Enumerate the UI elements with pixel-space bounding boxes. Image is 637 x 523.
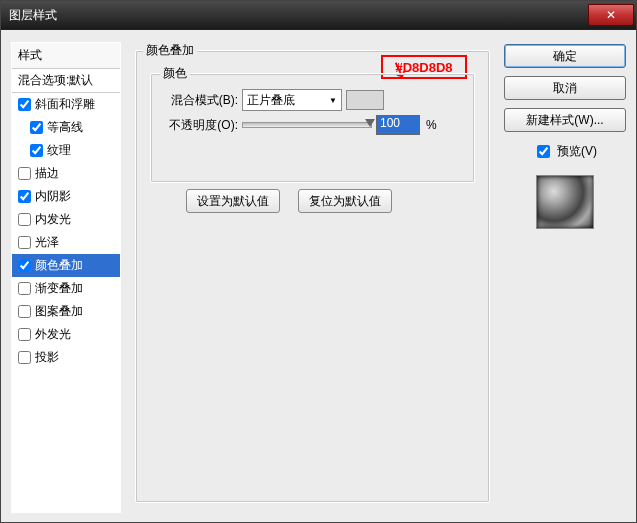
style-check-gradient-overlay[interactable]	[18, 282, 31, 295]
style-check-contour[interactable]	[30, 121, 43, 134]
close-button[interactable]: ✕	[588, 4, 634, 26]
layer-style-dialog: 图层样式 ✕ 样式 混合选项:默认 斜面和浮雕 等高线	[0, 0, 637, 523]
styles-panel: 样式 混合选项:默认 斜面和浮雕 等高线 纹理	[11, 42, 121, 513]
opacity-input[interactable]: 100	[376, 115, 420, 135]
style-label: 纹理	[47, 142, 71, 159]
close-icon: ✕	[606, 8, 616, 22]
styles-header: 样式	[12, 43, 120, 69]
blending-options-label: 混合选项:默认	[18, 72, 93, 89]
titlebar: 图层样式 ✕	[1, 1, 636, 30]
style-label: 投影	[35, 349, 59, 366]
style-item-drop-shadow[interactable]: 投影	[12, 346, 120, 369]
style-label: 内发光	[35, 211, 71, 228]
outer-group: 颜色 #D8D8D8 ↘ 混合模式(B): 正片叠底 ▼ 不透明度(O):	[135, 50, 490, 503]
reset-default-button[interactable]: 复位为默认值	[298, 189, 392, 213]
style-item-inner-shadow[interactable]: 内阴影	[12, 185, 120, 208]
style-check-texture[interactable]	[30, 144, 43, 157]
opacity-row: 不透明度(O): 100 %	[158, 115, 437, 135]
style-label: 斜面和浮雕	[35, 96, 95, 113]
style-item-outer-glow[interactable]: 外发光	[12, 323, 120, 346]
style-item-color-overlay[interactable]: 颜色叠加	[12, 254, 120, 277]
opacity-slider[interactable]	[242, 122, 372, 128]
default-buttons-row: 设置为默认值 复位为默认值	[186, 189, 392, 213]
percent-label: %	[426, 118, 437, 132]
style-label: 等高线	[47, 119, 83, 136]
styles-list: 混合选项:默认 斜面和浮雕 等高线 纹理 描边	[12, 69, 120, 512]
style-check-bevel[interactable]	[18, 98, 31, 111]
style-label: 颜色叠加	[35, 257, 83, 274]
style-label: 描边	[35, 165, 59, 182]
style-check-color-overlay[interactable]	[18, 259, 31, 272]
style-label: 内阴影	[35, 188, 71, 205]
opacity-label: 不透明度(O):	[158, 117, 238, 134]
style-check-outer-glow[interactable]	[18, 328, 31, 341]
style-label: 图案叠加	[35, 303, 83, 320]
style-item-pattern-overlay[interactable]: 图案叠加	[12, 300, 120, 323]
color-swatch[interactable]	[346, 90, 384, 110]
new-style-button[interactable]: 新建样式(W)...	[504, 108, 626, 132]
style-label: 外发光	[35, 326, 71, 343]
style-item-bevel[interactable]: 斜面和浮雕	[12, 93, 120, 116]
main-panel: 颜色叠加 颜色 #D8D8D8 ↘ 混合模式(B): 正片叠底 ▼	[129, 42, 496, 513]
slider-thumb-icon[interactable]	[365, 119, 375, 127]
blend-mode-label: 混合模式(B):	[158, 92, 238, 109]
blending-options-item[interactable]: 混合选项:默认	[12, 69, 120, 93]
style-check-stroke[interactable]	[18, 167, 31, 180]
style-label: 光泽	[35, 234, 59, 251]
style-item-satin[interactable]: 光泽	[12, 231, 120, 254]
preview-row: 预览(V)	[504, 142, 626, 161]
style-check-satin[interactable]	[18, 236, 31, 249]
style-check-drop-shadow[interactable]	[18, 351, 31, 364]
preview-label: 预览(V)	[557, 143, 597, 160]
style-item-contour[interactable]: 等高线	[12, 116, 120, 139]
style-check-inner-glow[interactable]	[18, 213, 31, 226]
style-label: 渐变叠加	[35, 280, 83, 297]
color-group-label: 颜色	[160, 65, 190, 82]
style-item-inner-glow[interactable]: 内发光	[12, 208, 120, 231]
preview-checkbox[interactable]	[537, 145, 550, 158]
style-item-stroke[interactable]: 描边	[12, 162, 120, 185]
ok-button[interactable]: 确定	[504, 44, 626, 68]
chevron-down-icon: ▼	[329, 96, 337, 105]
cancel-button[interactable]: 取消	[504, 76, 626, 100]
blend-mode-select[interactable]: 正片叠底 ▼	[242, 89, 342, 111]
set-default-button[interactable]: 设置为默认值	[186, 189, 280, 213]
panel-title: 颜色叠加	[143, 42, 197, 59]
blend-mode-row: 混合模式(B): 正片叠底 ▼	[158, 89, 384, 111]
style-check-inner-shadow[interactable]	[18, 190, 31, 203]
style-item-gradient-overlay[interactable]: 渐变叠加	[12, 277, 120, 300]
blend-mode-value: 正片叠底	[247, 92, 295, 109]
preview-thumbnail	[536, 175, 594, 229]
style-item-texture[interactable]: 纹理	[12, 139, 120, 162]
window-title: 图层样式	[9, 7, 588, 24]
right-panel: 确定 取消 新建样式(W)... 预览(V)	[504, 42, 626, 513]
dialog-body: 样式 混合选项:默认 斜面和浮雕 等高线 纹理	[1, 30, 636, 523]
style-check-pattern-overlay[interactable]	[18, 305, 31, 318]
